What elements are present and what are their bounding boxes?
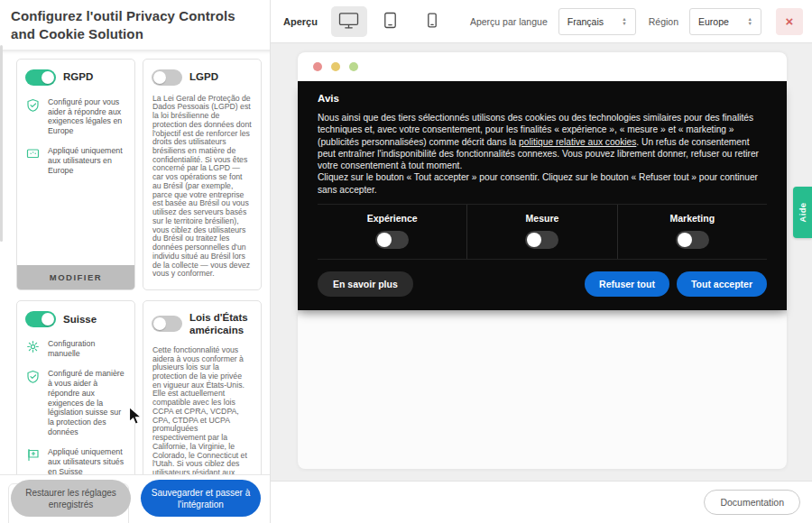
toggle-knob — [42, 71, 54, 84]
privacy-configurator-app: Configurez l'outil Privacy Controls and … — [0, 0, 812, 523]
left-scrollbar[interactable] — [0, 45, 3, 242]
consent-category-label: Mesure — [467, 213, 616, 224]
cookie-policy-link[interactable]: politique relative aux cookies — [519, 137, 636, 147]
window-dot-green — [349, 62, 358, 71]
consent-category-marketing: Marketing — [617, 205, 767, 259]
item-text: Configuration manuelle — [48, 339, 125, 359]
list-item: Appliqué uniquement aux utilisateurs sit… — [26, 447, 125, 474]
us-laws-toggle[interactable] — [152, 316, 182, 332]
accept-all-button[interactable]: Tout accepter — [677, 271, 767, 297]
toggle-knob — [377, 233, 392, 247]
device-tablet-button[interactable] — [373, 6, 409, 37]
toggle-knob — [153, 317, 166, 330]
card-lgpd-head: LGPD — [143, 60, 261, 89]
close-icon: × — [786, 14, 794, 29]
region-select-label: Région — [649, 16, 678, 27]
consent-category-label: Marketing — [618, 213, 767, 224]
rgpd-toggle[interactable] — [25, 69, 56, 86]
browser-mockup: Avis Nous ainsi que des tiers sélectionn… — [298, 52, 787, 469]
flag-plus-icon — [26, 448, 40, 462]
cards-scroll-area[interactable]: RGPD Configuré pour vous aider à répondr… — [0, 50, 270, 474]
language-select-value: Français — [567, 16, 604, 27]
card-rgpd-head: RGPD — [17, 60, 134, 89]
save-and-integrate-button[interactable]: Sauvegarder et passer à l'intégration — [141, 480, 261, 517]
mobile-icon — [427, 13, 438, 31]
rgpd-modify-button[interactable]: MODIFIER — [17, 265, 134, 289]
region-select-value: Europe — [698, 16, 729, 27]
select-arrows-icon: ▲▼ — [622, 17, 626, 26]
eu-flag-icon — [26, 147, 40, 161]
gear-icon — [26, 340, 40, 353]
suisse-toggle[interactable] — [25, 311, 56, 327]
settings-panel: Configurez l'outil Privacy Controls and … — [0, 0, 271, 523]
toggle-knob — [153, 71, 166, 84]
consent-cta-line: Cliquez sur le bouton « Tout accepter » … — [318, 172, 758, 194]
item-text: Appliqué uniquement aux utilisateurs sit… — [48, 447, 125, 474]
preview-panel: Aperçu Aperçu par langue Français ▲ — [271, 0, 812, 523]
consent-banner-title: Avis — [318, 93, 767, 104]
card-suisse-head: Suisse — [17, 301, 134, 331]
consent-banner: Avis Nous ainsi que des tiers sélectionn… — [298, 81, 787, 310]
toggle-knob — [42, 313, 54, 326]
window-dot-red — [313, 62, 322, 71]
card-us-laws: Lois d'États américains Cette fonctionna… — [143, 300, 262, 474]
toggle-knob — [527, 233, 541, 247]
select-arrows-icon: ▲▼ — [748, 17, 752, 26]
card-us-laws-title: Lois d'États américains — [189, 311, 254, 337]
card-us-laws-description: Cette fonctionnalité vous aidera à vous … — [143, 341, 261, 474]
item-text: Configuré de manière à vous aider à répo… — [48, 369, 125, 437]
preview-area: Avis Nous ainsi que des tiers sélectionn… — [271, 43, 812, 481]
list-item: Appliqué uniquement aux utilisateurs en … — [26, 146, 125, 176]
list-item: Configuré pour vous aider à répondre aux… — [26, 97, 125, 137]
window-dot-yellow — [331, 62, 340, 71]
language-select[interactable]: Français ▲▼ — [558, 8, 636, 35]
list-item: Configuré de manière à vous aider à répo… — [26, 369, 125, 437]
language-select-label: Aperçu par langue — [470, 16, 548, 27]
consent-category-label: Expérience — [318, 213, 466, 224]
page-title: Configurez l'outil Privacy Controls and … — [11, 7, 255, 43]
preview-toolbar: Aperçu Aperçu par langue Français ▲ — [271, 0, 812, 43]
close-preview-button[interactable]: × — [776, 8, 803, 35]
measure-toggle[interactable] — [525, 231, 558, 249]
mockup-page-body — [298, 310, 787, 469]
tablet-icon — [383, 12, 397, 32]
list-item: Configuration manuelle — [26, 339, 125, 359]
card-lgpd: LGPD La Lei Geral de Proteção de Dados P… — [143, 59, 262, 290]
help-tab-label: Aide — [798, 203, 807, 223]
marketing-toggle[interactable] — [676, 231, 709, 249]
consent-banner-actions: En savoir plus Refuser tout Tout accepte… — [318, 271, 767, 297]
card-lgpd-title: LGPD — [189, 70, 218, 83]
card-rgpd-items: Configuré pour vous aider à répondre aux… — [17, 89, 134, 265]
consent-category-measure: Mesure — [466, 205, 616, 259]
right-footer: Documentation — [271, 481, 812, 523]
card-lgpd-description: La Lei Geral de Proteção de Dados Pessoa… — [143, 89, 261, 289]
card-us-laws-head: Lois d'États américains — [143, 301, 261, 341]
item-text: Appliqué uniquement aux utilisateurs en … — [48, 146, 125, 176]
card-rgpd-title: RGPD — [63, 70, 93, 83]
shield-check-icon — [26, 98, 40, 112]
card-rgpd: RGPD Configuré pour vous aider à répondr… — [16, 59, 135, 290]
region-select[interactable]: Europe ▲▼ — [689, 8, 761, 35]
consent-categories-row: Expérience Mesure Marketing — [318, 204, 767, 260]
toggle-knob — [678, 233, 692, 247]
shield-check-icon — [26, 370, 40, 383]
documentation-button[interactable]: Documentation — [704, 490, 800, 515]
card-suisse-items: Configuration manuelle Configuré de mani… — [17, 331, 134, 474]
cards-grid: RGPD Configuré pour vous aider à répondr… — [16, 59, 262, 474]
restore-settings-button[interactable]: Restaurer les réglages enregistrés — [11, 480, 131, 517]
learn-more-button[interactable]: En savoir plus — [318, 271, 413, 297]
desktop-icon — [338, 12, 359, 32]
consent-banner-text: Nous ainsi que des tiers sélectionnés ut… — [318, 112, 767, 196]
experience-toggle[interactable] — [375, 231, 409, 249]
deny-all-button[interactable]: Refuser tout — [585, 271, 669, 297]
card-suisse: Suisse Configuration manuelle — [16, 300, 135, 474]
device-desktop-button[interactable] — [331, 6, 367, 37]
device-mobile-button[interactable] — [414, 6, 450, 37]
help-tab[interactable]: Aide — [793, 187, 812, 238]
panel-header: Configurez l'outil Privacy Controls and … — [0, 0, 270, 50]
browser-chrome — [298, 52, 787, 81]
lgpd-toggle[interactable] — [152, 69, 182, 86]
preview-toolbar-label: Aperçu — [283, 16, 318, 27]
consent-category-experience: Expérience — [318, 205, 466, 259]
item-text: Configuré pour vous aider à répondre aux… — [48, 97, 125, 137]
